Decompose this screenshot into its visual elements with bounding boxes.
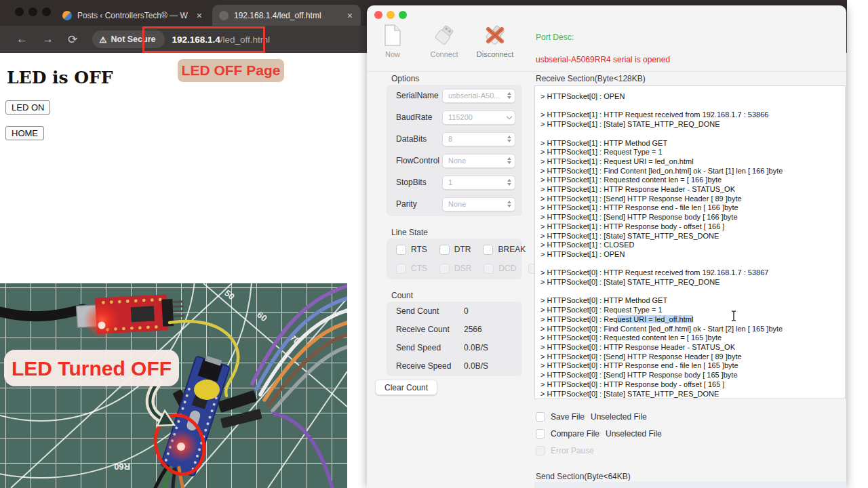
option-value: None: [448, 157, 507, 165]
browser-tab-posts[interactable]: Posts ‹ ControllersTech® — W ×: [56, 5, 210, 26]
tab-title: 192.168.1.4/led_off.html: [234, 11, 321, 20]
back-icon[interactable]: ←: [16, 33, 28, 46]
now-button[interactable]: Now: [371, 24, 414, 58]
log-line: > HTTPSocket[0] : Request URI = led_off.…: [540, 315, 845, 325]
log-line: > HTTPSocket[1] : [Send] HTTP Response b…: [540, 213, 845, 222]
checkbox-save-file[interactable]: [536, 412, 545, 422]
window-minimize-button[interactable]: [387, 11, 395, 19]
count-title: Count: [391, 291, 413, 300]
file-option-compare-file: Compare FileUnselected File: [536, 428, 662, 440]
checkbox-cts: [396, 264, 406, 274]
browser-zoom-button[interactable]: [42, 7, 51, 16]
chevron-down-icon: [507, 113, 512, 119]
option-label: SerialName: [396, 91, 442, 100]
checkbox-label: DTR: [454, 245, 471, 254]
option-row-stopbits: StopBits1: [387, 171, 522, 193]
serial-terminal-window: Now Connect Disconnect Port Desc:: [367, 5, 846, 488]
forward-icon[interactable]: →: [42, 33, 54, 46]
log-line: > HTTPSocket[1] : Find Content [led_on.h…: [540, 167, 845, 176]
log-line: > HTTPSocket[1] : Request URI = led_on.h…: [540, 157, 845, 167]
checkbox-rts[interactable]: [396, 245, 406, 255]
serialname-select[interactable]: usbserial-A50...: [442, 89, 515, 103]
log-line: > HTTPSocket[0] : [Send] HTTP Response b…: [540, 371, 845, 380]
photo-illustration: 50 60 70 R60: [0, 283, 347, 488]
option-value: 115200: [448, 113, 507, 121]
log-line: > HTTPSocket[1] : HTTP Method GET: [540, 139, 845, 148]
send-section-title: Send Section(Byte<64KB): [536, 472, 631, 481]
file-option-label: Save File: [551, 412, 585, 422]
option-label: StopBits: [396, 178, 442, 187]
checkbox-break[interactable]: [483, 245, 493, 255]
log-line: > HTTPSocket[0] : Request Type = 1: [540, 306, 845, 315]
tab-close-icon[interactable]: ×: [346, 10, 354, 21]
log-line: [540, 260, 845, 269]
log-line: > HTTPSocket[0] : Find Content [led_off.…: [540, 325, 845, 334]
count-panel: Send Count0Receive Count2566Send Speed0.…: [387, 302, 522, 376]
clear-count-button[interactable]: Clear Count: [375, 380, 437, 395]
page-title: LED is OFF: [7, 68, 113, 87]
receive-section-title: Receive Section(Byte<128KB): [536, 74, 646, 83]
log-line: > HTTPSocket[1] : CLOSED: [540, 241, 845, 250]
option-value: None: [448, 200, 507, 208]
log-line: > HTTPSocket[0] : [State] STATE_HTTP_REQ…: [540, 278, 845, 287]
log-line: > HTTPSocket[1] : [Send] HTTP Response H…: [540, 195, 845, 204]
serial-status-text: usbserial-A5069RR4 serial is opened: [536, 55, 670, 64]
tab-title: Posts ‹ ControllersTech® — W: [77, 11, 188, 20]
usb-plug-icon: [433, 24, 456, 46]
toolbar-divider: [367, 71, 846, 72]
log-line: > HTTPSocket[0] : HTTP Response end - fi…: [540, 361, 845, 371]
log-line: > HTTPSocket[0] : HTTP Request received …: [540, 268, 845, 278]
connect-button[interactable]: Connect: [422, 24, 466, 58]
browser-tab-led-off[interactable]: 192.168.1.4/led_off.html ×: [212, 5, 361, 26]
log-line: > HTTPSocket[0] : [Send] HTTP Response H…: [540, 352, 845, 362]
tab-close-icon[interactable]: ×: [195, 10, 203, 21]
photo-callout-text: LED Turned OFF: [12, 357, 172, 380]
disconnect-button[interactable]: Disconnect: [473, 24, 517, 58]
checkbox-label: RTS: [411, 245, 427, 254]
count-row: Send Count0: [387, 302, 522, 320]
count-value: 0.0B/S: [464, 361, 488, 371]
browser-minimize-button[interactable]: [28, 7, 37, 16]
count-row: Receive Speed0.0B/S: [387, 357, 522, 375]
receive-log[interactable]: > HTTPSocket[0] : OPEN > HTTPSocket[1] :…: [534, 85, 846, 399]
window-zoom-button[interactable]: [399, 11, 407, 19]
option-row-parity: ParityNone: [387, 193, 522, 215]
option-row-flowcontrol: FlowControlNone: [387, 150, 522, 171]
parity-select[interactable]: None: [442, 197, 515, 211]
window-close-button[interactable]: [374, 11, 382, 19]
log-line: > HTTPSocket[0] : OPEN: [540, 92, 845, 102]
count-value: 0.0B/S: [464, 343, 488, 352]
flowcontrol-select[interactable]: None: [442, 154, 515, 168]
not-secure-label: Not Secure: [111, 35, 155, 44]
option-label: BaudRate: [396, 113, 442, 122]
log-line: > HTTPSocket[1] : OPEN: [540, 250, 845, 260]
reload-icon[interactable]: ⟳: [68, 33, 77, 47]
led-on-button[interactable]: LED ON: [5, 100, 50, 115]
option-value: 8: [448, 135, 507, 143]
baudrate-select[interactable]: 115200: [442, 110, 515, 125]
led-turned-off-callout: LED Turned OFF: [4, 350, 179, 386]
address-bar[interactable]: 192.168.1.4/led_off.html: [172, 35, 270, 45]
count-value: 2566: [464, 325, 482, 334]
checkbox-dtr[interactable]: [439, 245, 450, 255]
now-label: Now: [371, 50, 414, 58]
stopbits-select[interactable]: 1: [442, 176, 515, 190]
home-button[interactable]: HOME: [5, 126, 44, 140]
log-line: > HTTPSocket[1] : HTTP Response end - fi…: [540, 203, 845, 213]
log-line: [540, 129, 845, 139]
log-line: > HTTPSocket[1] : Request Type = 1: [540, 148, 845, 157]
option-label: DataBits: [396, 134, 442, 144]
send-input-area[interactable]: [534, 482, 846, 488]
option-label: FlowControl: [396, 156, 442, 165]
checkbox-label: CTS: [411, 264, 427, 273]
usb-disconnect-icon: [484, 24, 507, 46]
log-line: > HTTPSocket[1] : [State] STATE_HTTP_RES…: [540, 232, 845, 241]
stepper-icon: [507, 201, 511, 207]
log-line: > HTTPSocket[0] : [State] STATE_HTTP_RES…: [540, 390, 845, 399]
stepper-icon: [507, 92, 511, 99]
browser-close-button[interactable]: [15, 7, 24, 16]
databits-select[interactable]: 8: [442, 132, 515, 146]
checkbox-compare-file[interactable]: [536, 429, 545, 439]
line-state-panel: RTSDTRBREAKCTSDSRDCDRI: [387, 239, 522, 279]
not-secure-pill[interactable]: ⚠ Not Secure: [92, 30, 165, 48]
